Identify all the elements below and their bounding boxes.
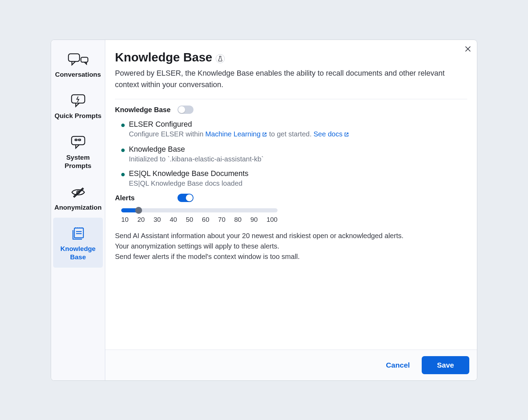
sidebar-item-label: Quick Prompts bbox=[55, 112, 101, 120]
see-docs-link[interactable]: See docs bbox=[314, 130, 349, 138]
lightning-chat-icon bbox=[70, 92, 86, 109]
kb-status-kb: Knowledge Base Initialized to `.kibana-e… bbox=[121, 145, 467, 163]
alerts-slider[interactable] bbox=[121, 208, 278, 212]
svg-line-7 bbox=[73, 188, 83, 197]
close-icon[interactable] bbox=[464, 45, 471, 54]
kb-status-elser: ELSER Configured Configure ELSER within … bbox=[121, 120, 467, 139]
alerts-toggle-label: Alerts bbox=[115, 194, 171, 202]
machine-learning-link[interactable]: Machine Learning bbox=[205, 130, 267, 138]
sidebar-item-quick-prompts[interactable]: Quick Prompts bbox=[51, 85, 105, 126]
external-link-icon bbox=[344, 131, 349, 139]
divider bbox=[115, 99, 467, 99]
save-button[interactable]: Save bbox=[422, 356, 469, 374]
sidebar-item-system-prompts[interactable]: System Prompts bbox=[51, 126, 105, 176]
notes-stack-icon bbox=[71, 225, 85, 242]
svg-rect-5 bbox=[79, 139, 81, 141]
slider-thumb[interactable] bbox=[135, 207, 142, 214]
sidebar: Conversations Quick Prompts bbox=[51, 40, 105, 380]
sidebar-item-knowledge-base[interactable]: Knowledge Base bbox=[53, 218, 103, 268]
sidebar-item-label: System Prompts bbox=[53, 153, 103, 170]
sidebar-item-label: Conversations bbox=[55, 70, 101, 79]
svg-rect-1 bbox=[81, 57, 88, 62]
main-panel: Knowledge Base Powered by ELSER, the Kno… bbox=[105, 40, 477, 380]
alerts-description: Send AI Assistant information about your… bbox=[115, 230, 467, 262]
system-chat-icon bbox=[70, 134, 86, 151]
kb-toggle-label: Knowledge Base bbox=[115, 106, 171, 114]
status-title: Knowledge Base bbox=[129, 145, 467, 154]
eye-slash-icon bbox=[71, 184, 86, 201]
footer: Cancel Save bbox=[105, 350, 477, 380]
sidebar-item-anonymization[interactable]: Anonymization bbox=[51, 176, 105, 218]
settings-modal: Conversations Quick Prompts bbox=[51, 40, 477, 381]
status-subtext: ES|QL Knowledge Base docs loaded bbox=[129, 179, 467, 187]
page-subtitle: Powered by ELSER, the Knowledge Base ena… bbox=[115, 68, 455, 91]
kb-status-list: ELSER Configured Configure ELSER within … bbox=[115, 120, 467, 187]
chat-bubbles-icon bbox=[67, 51, 89, 68]
cancel-button[interactable]: Cancel bbox=[382, 358, 414, 373]
external-link-icon bbox=[262, 131, 267, 139]
kb-status-esql: ES|QL Knowledge Base Documents ES|QL Kno… bbox=[121, 169, 467, 187]
kb-toggle[interactable] bbox=[178, 106, 193, 114]
sidebar-item-label: Knowledge Base bbox=[55, 245, 101, 261]
sidebar-item-conversations[interactable]: Conversations bbox=[51, 43, 105, 85]
status-subtext: Configure ELSER within Machine Learning … bbox=[129, 130, 467, 139]
status-title: ES|QL Knowledge Base Documents bbox=[129, 169, 467, 178]
svg-rect-4 bbox=[75, 139, 77, 141]
status-title: ELSER Configured bbox=[129, 120, 467, 129]
svg-rect-0 bbox=[68, 54, 80, 61]
status-subtext: Initialized to `.kibana-elastic-ai-assis… bbox=[129, 155, 467, 163]
slider-ticks: 10 20 30 40 50 60 70 80 90 100 bbox=[121, 216, 278, 224]
beaker-icon bbox=[216, 54, 225, 63]
sidebar-item-label: Anonymization bbox=[54, 203, 101, 212]
svg-rect-9 bbox=[74, 228, 83, 238]
alerts-toggle[interactable] bbox=[178, 194, 193, 202]
page-title: Knowledge Base bbox=[115, 50, 212, 64]
